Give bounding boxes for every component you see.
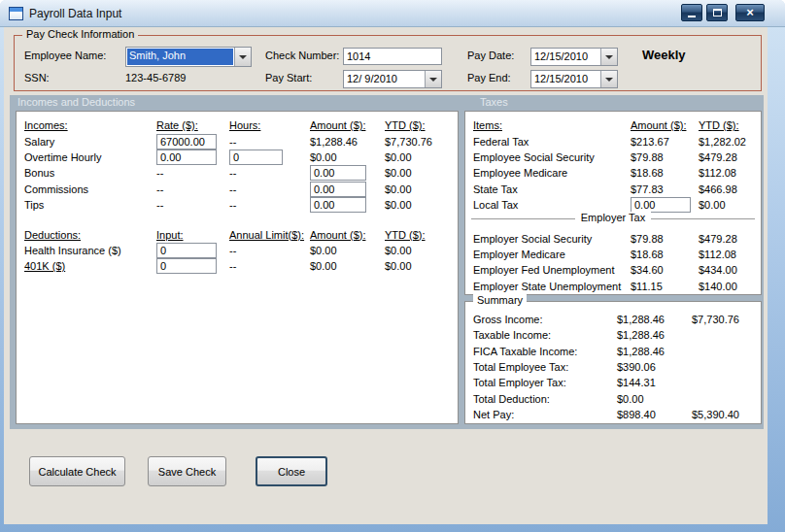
minimize-button[interactable] xyxy=(681,4,702,21)
tips-amount-input[interactable] xyxy=(310,197,366,213)
tax-label: Employer Fed Unemployment xyxy=(473,264,631,276)
save-check-button[interactable]: Save Check xyxy=(148,456,226,486)
overtime-hours-input[interactable] xyxy=(229,150,283,165)
employee-name-select[interactable]: Smith, John xyxy=(125,47,252,67)
maximize-button[interactable] xyxy=(706,4,728,21)
pay-end-dropdown-button[interactable] xyxy=(600,71,617,87)
tax-ytd: $112.08 xyxy=(699,249,761,260)
deduction-ytd: $0.00 xyxy=(385,260,458,272)
pay-frequency-label: Weekly xyxy=(642,48,686,62)
pay-start-picker[interactable]: 12/ 9/2010 xyxy=(343,70,442,88)
summary-label: Net Pay: xyxy=(473,409,617,420)
deduction-401k-link[interactable]: 401K ($) xyxy=(24,260,156,272)
summary-amount: $1,288.46 xyxy=(617,329,692,341)
amount-col-header: Amount ($): xyxy=(631,119,699,131)
employer-tax-label: Employer Tax xyxy=(575,212,651,223)
summary-amount: $144.31 xyxy=(617,377,692,388)
commissions-amount-input[interactable] xyxy=(310,182,366,197)
deduction-row-401k: 401K ($) -- $0.00 $0.00 xyxy=(17,258,458,274)
tax-amount: $11.15 xyxy=(631,281,699,292)
pay-end-label: Pay End: xyxy=(467,72,511,83)
401k-input[interactable] xyxy=(156,258,217,274)
tax-ytd: $140.00 xyxy=(699,281,761,292)
overtime-rate-input[interactable] xyxy=(156,150,217,165)
input-col-header: Input: xyxy=(156,229,229,241)
tax-label: Employee Medicare xyxy=(473,167,631,179)
pay-date-dropdown-button[interactable] xyxy=(600,49,617,65)
deductions-col-header: Deductions: xyxy=(24,229,156,241)
incomes-deductions-panel: Incomes: Rate ($): Hours: Amount ($): YT… xyxy=(16,111,459,424)
local-tax-input[interactable] xyxy=(631,197,691,213)
taxes-section-header: Taxes xyxy=(480,96,508,108)
income-row-tips: Tips -- -- $0.00 xyxy=(17,197,458,213)
health-insurance-input[interactable] xyxy=(156,243,217,258)
payroll-window: Payroll Data Input × Pay Check Informati… xyxy=(0,0,785,532)
deduction-limit: -- xyxy=(229,260,310,272)
summary-legend: Summary xyxy=(473,294,527,306)
dialog-client-area: Pay Check Information Employee Name: Smi… xyxy=(4,27,768,524)
tax-ytd: $479.28 xyxy=(699,151,761,163)
pay-start-dropdown-button[interactable] xyxy=(425,71,441,87)
paycheck-info-legend: Pay Check Information xyxy=(22,28,138,40)
pay-date-label: Pay Date: xyxy=(467,50,514,61)
window-title: Payroll Data Input xyxy=(29,7,121,20)
income-row-commissions: Commissions -- -- $0.00 xyxy=(17,182,458,197)
salary-rate-input[interactable] xyxy=(156,134,217,150)
income-label: Bonus xyxy=(24,167,156,179)
summary-label: Total Deduction: xyxy=(473,393,617,405)
close-button[interactable]: Close xyxy=(256,456,327,486)
pay-end-value: 12/15/2010 xyxy=(531,71,600,87)
tax-row-employer-fed-unemployment: Employer Fed Unemployment $34.60 $434.00 xyxy=(465,262,761,278)
chevron-down-icon xyxy=(605,78,613,82)
summary-row-gross-income: Gross Income: $1,288.46 $7,730.76 xyxy=(465,312,761,327)
income-hours: -- xyxy=(229,136,310,148)
check-number-label: Check Number: xyxy=(265,50,339,61)
tax-amount: $77.83 xyxy=(631,183,699,195)
tax-amount: $18.68 xyxy=(631,167,699,179)
income-rate: -- xyxy=(156,183,229,195)
employee-name-dropdown-button[interactable] xyxy=(234,48,251,66)
tax-row-employee-social-security: Employee Social Security $79.88 $479.28 xyxy=(465,150,761,165)
window-close-button[interactable]: × xyxy=(735,4,765,21)
pay-date-picker[interactable]: 12/15/2010 xyxy=(530,48,618,66)
income-hours: -- xyxy=(229,183,310,195)
income-ytd: $0.00 xyxy=(385,167,458,179)
taxes-panel: Items: Amount ($): YTD ($): Federal Tax … xyxy=(464,111,762,295)
tax-amount: $79.88 xyxy=(631,151,699,163)
paycheck-info-groupbox: Pay Check Information Employee Name: Smi… xyxy=(14,35,762,91)
calculate-check-button[interactable]: Calculate Check xyxy=(29,456,125,486)
titlebar[interactable]: Payroll Data Input × xyxy=(0,0,785,27)
tax-label: Employee Social Security xyxy=(473,151,631,163)
ytd-col-header: YTD ($): xyxy=(385,119,458,131)
summary-groupbox: Summary Gross Income: $1,288.46 $7,730.7… xyxy=(464,301,762,424)
ssn-label: SSN: xyxy=(24,72,50,83)
summary-amount: $898.40 xyxy=(617,409,692,420)
tax-amount: $34.60 xyxy=(631,264,699,276)
close-icon: × xyxy=(746,5,754,20)
income-hours: -- xyxy=(229,199,310,211)
summary-amount: $1,288.46 xyxy=(617,346,692,357)
income-hours: -- xyxy=(229,167,310,179)
deduction-ytd: $0.00 xyxy=(385,245,458,256)
summary-label: Gross Income: xyxy=(473,314,617,325)
income-label: Commissions xyxy=(24,183,156,195)
employee-name-value: Smith, John xyxy=(127,49,233,65)
amount-col-header: Amount ($): xyxy=(310,229,385,241)
tax-row-employer-social-security: Employer Social Security $79.88 $479.28 xyxy=(465,230,761,246)
check-number-input[interactable] xyxy=(343,48,442,65)
tax-ytd: $479.28 xyxy=(699,233,761,245)
income-row-overtime: Overtime Hourly $0.00 $0.00 xyxy=(17,150,458,165)
chevron-down-icon xyxy=(239,55,247,59)
tax-label: Local Tax xyxy=(473,199,631,211)
pay-end-picker[interactable]: 12/15/2010 xyxy=(530,70,618,88)
deduction-limit: -- xyxy=(229,245,310,256)
income-ytd: $0.00 xyxy=(385,183,458,195)
incomes-col-header: Incomes: xyxy=(24,119,156,131)
summary-amount: $0.00 xyxy=(617,393,692,405)
income-label: Overtime Hourly xyxy=(24,151,156,163)
bonus-amount-input[interactable] xyxy=(310,165,366,181)
summary-label: Total Employee Tax: xyxy=(473,361,617,373)
tax-row-employer-medicare: Employer Medicare $18.68 $112.08 xyxy=(465,247,761,262)
app-icon xyxy=(9,7,23,20)
summary-label: FICA Taxable Income: xyxy=(473,346,617,357)
